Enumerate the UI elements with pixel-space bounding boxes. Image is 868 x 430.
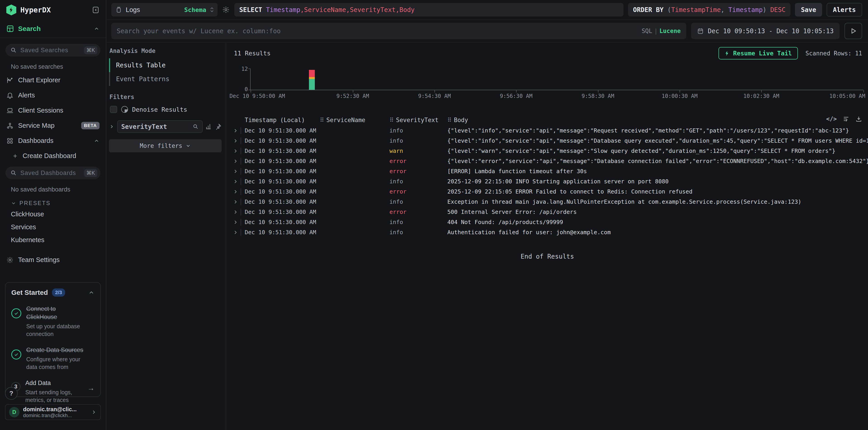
code-view-icon[interactable]: </> <box>826 115 837 122</box>
table-row[interactable]: Dec 10 9:51:30.000 AM info 2025-12-09 22… <box>227 176 868 187</box>
help-button[interactable]: ? <box>5 387 18 400</box>
expand-row-icon[interactable] <box>233 138 239 143</box>
save-button[interactable]: Save <box>795 3 822 16</box>
results-histogram[interactable]: 12 0 Dec 10 9:50:00 AM9:52:30 AM9:54:30 … <box>234 66 864 100</box>
query-settings-gear-icon[interactable] <box>222 6 230 13</box>
expand-row-icon[interactable] <box>233 159 239 164</box>
col-severitytext[interactable]: ⠿SeverityText <box>390 117 447 124</box>
pin-icon[interactable] <box>215 123 222 130</box>
table-row[interactable]: Dec 10 9:51:30.000 AM error {"level":"er… <box>227 156 868 166</box>
sidebar-item-chart-explorer[interactable]: Chart Explorer <box>0 73 106 88</box>
mode-results-table[interactable]: Results Table <box>109 58 222 72</box>
col-timestamp[interactable]: Timestamp (Local) <box>245 117 320 124</box>
expand-row-icon[interactable] <box>233 199 239 204</box>
row-severity: info <box>390 137 447 144</box>
more-filters-button[interactable]: More filters <box>109 139 222 153</box>
arrow-right-icon: → <box>87 384 95 392</box>
user-card[interactable]: D dominic.tran@clic... dominic.tran@clic… <box>5 404 101 420</box>
histogram-bar[interactable] <box>309 70 315 90</box>
row-timestamp: Dec 10 9:51:30.000 AM <box>245 229 319 236</box>
end-of-results-text: End of Results <box>227 253 868 260</box>
drag-handle-icon[interactable]: ⠿ <box>390 117 394 124</box>
table-row[interactable]: Dec 10 9:51:30.000 AM info Exception in … <box>227 197 868 207</box>
preset-clickhouse[interactable]: ClickHouse <box>0 208 106 221</box>
source-selector[interactable]: Logs Schema <box>111 3 218 16</box>
table-row[interactable]: Dec 10 9:51:30.000 AM info Authenticatio… <box>227 227 868 237</box>
row-severity: info <box>390 229 447 236</box>
saved-dashboards-input[interactable]: Saved Dashboards ⌘K <box>5 167 100 179</box>
collapse-sidebar-icon[interactable] <box>92 6 99 14</box>
get-started-item-title: Connect to ClickHouse <box>26 305 76 321</box>
get-started-item-connect[interactable]: Connect to ClickHouse Set up your databa… <box>11 305 95 338</box>
table-row[interactable]: Dec 10 9:51:30.000 AM info 404 Not Found… <box>227 217 868 227</box>
preset-kubernetes[interactable]: Kubernetes <box>0 234 106 246</box>
expand-row-icon[interactable] <box>233 189 239 194</box>
table-row[interactable]: Dec 10 9:51:30.000 AM info {"level":"inf… <box>227 126 868 136</box>
presets-header[interactable]: PRESETS <box>0 195 106 208</box>
row-body: 500 Internal Server Error: /api/orders <box>447 209 868 215</box>
sidebar-item-alerts[interactable]: Alerts <box>0 88 106 103</box>
search-toolbar: Search your events w/ Lucene ex. column:… <box>107 20 868 42</box>
row-body: 404 Not Found: /api/products/99999 <box>447 219 868 225</box>
table-row[interactable]: Dec 10 9:51:30.000 AM warn {"level":"war… <box>227 146 868 156</box>
sidebar-item-service-map[interactable]: Service Map BETA <box>0 118 106 133</box>
chevron-up-icon[interactable] <box>94 138 99 144</box>
row-severity: info <box>390 178 447 185</box>
results-table-header: Timestamp (Local) ⠿ServiceName ⠿Severity… <box>227 114 868 126</box>
run-query-button[interactable] <box>844 23 862 39</box>
create-dashboard-button[interactable]: Create Dashboard <box>0 148 106 163</box>
drag-handle-icon[interactable]: ⠿ <box>320 117 324 124</box>
search-section-icon <box>6 25 14 33</box>
get-started-item-add-data[interactable]: 3 Add Data Start sending logs, metrics, … <box>11 379 95 404</box>
sql-toggle[interactable]: SQL <box>642 28 652 34</box>
sidebar-item-team-settings[interactable]: Team Settings <box>0 252 106 267</box>
sidebar-item-search[interactable]: Search <box>0 20 106 38</box>
sidebar-item-dashboards[interactable]: Dashboards <box>0 133 106 148</box>
get-started-item-datasources[interactable]: Create Data Sources Configure where your… <box>11 346 95 371</box>
get-started-item-desc: Start sending logs, metrics, or traces <box>25 389 78 404</box>
table-row[interactable]: Dec 10 9:51:30.000 AM info {"level":"inf… <box>227 136 868 146</box>
alerts-button[interactable]: Alerts <box>827 3 862 16</box>
chart-toggle-icon[interactable] <box>205 123 212 130</box>
results-table: Timestamp (Local) ⠿ServiceName ⠿Severity… <box>227 114 868 260</box>
table-row[interactable]: Dec 10 9:51:30.000 AM error 500 Internal… <box>227 207 868 217</box>
table-row[interactable]: Dec 10 9:51:30.000 AM error 2025-12-09 2… <box>227 187 868 197</box>
event-search-input[interactable]: Search your events w/ Lucene ex. column:… <box>111 23 686 39</box>
expand-row-icon[interactable] <box>233 230 239 235</box>
expand-row-icon[interactable] <box>233 209 239 214</box>
sidebar-item-label: Chart Explorer <box>18 76 99 84</box>
download-icon[interactable] <box>855 115 862 122</box>
saved-searches-input[interactable]: Saved Searches ⌘K <box>5 44 100 57</box>
chevron-right-icon[interactable] <box>109 124 115 129</box>
date-range-picker[interactable]: Dec 10 09:50:13 - Dec 10 10:05:13 <box>691 23 839 39</box>
language-toggle[interactable]: SQL|Lucene <box>642 28 681 34</box>
sql-select-input[interactable]: SELECT Timestamp,ServiceName,SeverityTex… <box>234 3 623 16</box>
expand-row-icon[interactable] <box>233 169 239 174</box>
table-row[interactable]: Dec 10 9:51:30.000 AM error [ERROR] Lamb… <box>227 166 868 176</box>
col-servicename[interactable]: ⠿ServiceName <box>320 117 390 124</box>
wrap-lines-icon[interactable] <box>843 115 849 122</box>
resume-live-tail-button[interactable]: Resume Live Tail <box>718 47 798 60</box>
chevron-up-icon[interactable] <box>88 289 95 296</box>
lucene-toggle[interactable]: Lucene <box>659 28 681 34</box>
preset-services[interactable]: Services <box>0 221 106 234</box>
laptop-icon <box>6 107 13 114</box>
row-severity: info <box>390 219 447 225</box>
chevron-up-icon[interactable] <box>94 26 99 32</box>
row-body: 2025-12-09 22:15:00 INFO Starting applic… <box>447 178 868 185</box>
expand-row-icon[interactable] <box>233 179 239 184</box>
denoise-checkbox[interactable] <box>110 106 117 113</box>
expand-row-icon[interactable] <box>233 220 239 225</box>
chevron-right-icon <box>91 409 97 415</box>
col-body[interactable]: ⠿Body <box>447 117 823 124</box>
drag-handle-icon[interactable]: ⠿ <box>447 117 452 124</box>
sidebar-item-client-sessions[interactable]: Client Sessions <box>0 103 106 118</box>
order-by-box[interactable]: ORDER BY (TimestampTime, Timestamp) DESC <box>628 3 790 16</box>
source-mode: Schema <box>184 6 206 13</box>
mode-event-patterns[interactable]: Event Patterns <box>109 72 222 86</box>
expand-row-icon[interactable] <box>233 128 239 133</box>
row-body: {"level":"warn","service":"api","message… <box>447 147 868 154</box>
severity-filter-search[interactable]: SeverityText <box>117 120 203 133</box>
sidebar-item-label: Dashboards <box>18 137 89 144</box>
expand-row-icon[interactable] <box>233 148 239 154</box>
